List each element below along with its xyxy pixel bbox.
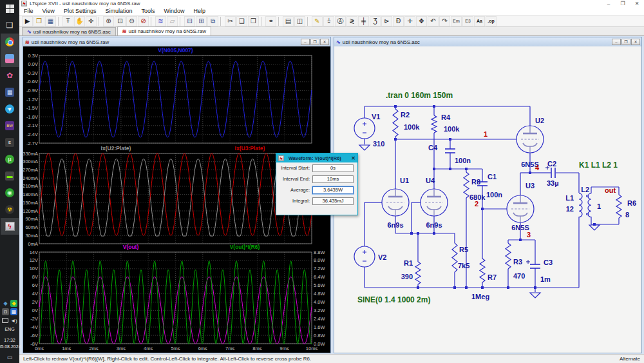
- text-button[interactable]: Aa: [474, 16, 485, 26]
- menu-window[interactable]: Window: [159, 8, 189, 14]
- resistor-R6[interactable]: [616, 195, 621, 218]
- radiation-app-icon[interactable]: ☢: [1, 201, 19, 218]
- value-R1[interactable]: 390: [401, 273, 413, 280]
- net-label-3[interactable]: 3: [527, 231, 531, 239]
- close-button[interactable]: ✕: [630, 1, 644, 6]
- dialog-close-button[interactable]: ✕: [351, 155, 355, 161]
- label-R6[interactable]: R6: [627, 199, 636, 207]
- paint-icon[interactable]: [1, 50, 19, 67]
- dialog-field-value[interactable]: 10ms: [312, 175, 354, 183]
- tile-vertical-button[interactable]: ⊞: [196, 16, 207, 26]
- source-function-text[interactable]: SINE(0 1.4 1000 2m): [357, 295, 430, 304]
- label-R2[interactable]: R2: [401, 111, 410, 119]
- label-C1[interactable]: C1: [488, 173, 497, 181]
- schematic-close-button[interactable]: ✕: [631, 39, 640, 45]
- menu-simulation[interactable]: Simulation: [100, 8, 137, 14]
- label-R5[interactable]: R5: [459, 246, 468, 253]
- trace-label[interactable]: Ix(U2:Plate): [101, 145, 131, 152]
- ground-button[interactable]: ⏚: [323, 16, 334, 26]
- tray-flag-icon[interactable]: ◆: [10, 300, 17, 307]
- ground-symbol[interactable]: [359, 145, 370, 150]
- zoom-in-button[interactable]: ⊕: [103, 16, 114, 26]
- tab-waveform[interactable]: ≋usil naushnikov moy na 6N5S.raw: [117, 26, 211, 35]
- dialog-field-value[interactable]: 3.6435W: [312, 186, 354, 194]
- tile-horizontal-button[interactable]: ⊟: [184, 16, 195, 26]
- menu-plot-settings[interactable]: Plot Settings: [59, 8, 101, 14]
- label-L2[interactable]: L2: [581, 186, 589, 193]
- wire-button[interactable]: ✎: [312, 16, 323, 26]
- value-R5[interactable]: 7k5: [458, 262, 469, 270]
- diode-button[interactable]: ⊳: [381, 16, 392, 26]
- cascade-button[interactable]: ⧉: [207, 16, 218, 26]
- label-V2[interactable]: V2: [378, 253, 386, 261]
- copy-button[interactable]: ❑: [236, 16, 247, 26]
- dialog-title-bar[interactable]: ϟ Waveform: V(out)*I(R6) ✕: [276, 153, 357, 162]
- label-V1[interactable]: V1: [372, 113, 380, 121]
- task-view-button[interactable]: ❏: [1, 17, 19, 34]
- net-label-button[interactable]: Ⓐ: [335, 16, 346, 26]
- value-U1[interactable]: 6n9s: [387, 221, 403, 229]
- undo-button[interactable]: ↶: [428, 16, 439, 26]
- redo-button[interactable]: ↷: [439, 16, 450, 26]
- schematic-window-title-bar[interactable]: ∿ usil naushnikov moy na 6N5S.asc – ❐ ✕: [334, 37, 641, 46]
- title-bar[interactable]: ϟ LTspice XVII - usil naushnikov moy na …: [19, 0, 644, 7]
- tab-schematic[interactable]: ∿usil naushnikov moy na 6N5S.asc: [22, 27, 116, 35]
- ltspice-icon[interactable]: ϟ: [1, 218, 19, 235]
- start-button[interactable]: [1, 0, 19, 17]
- value-R3[interactable]: 470: [513, 272, 525, 280]
- telegram-icon[interactable]: ➤: [1, 101, 19, 117]
- value-L1[interactable]: 12: [566, 205, 574, 213]
- label-U3[interactable]: U3: [526, 182, 535, 190]
- trace-label[interactable]: V(out)*I(R6): [230, 244, 260, 250]
- value-C2[interactable]: 33µ: [547, 179, 559, 187]
- tray-shield-icon[interactable]: ◆: [2, 300, 9, 307]
- cursor-button[interactable]: ✜: [86, 16, 97, 26]
- save-button[interactable]: ▦: [45, 16, 56, 26]
- find-button[interactable]: ⚭: [265, 16, 276, 26]
- component-button[interactable]: Ð: [393, 16, 404, 26]
- label-U2[interactable]: U2: [535, 117, 544, 124]
- dvd-app-icon[interactable]: ◉: [1, 184, 19, 201]
- value-R7[interactable]: 1Meg: [471, 293, 489, 300]
- waveform-close-button[interactable]: ✕: [320, 39, 329, 45]
- schematic-maximize-button[interactable]: ❐: [621, 39, 630, 45]
- label-R4[interactable]: R4: [441, 113, 451, 121]
- label-R7[interactable]: R7: [488, 273, 497, 281]
- zoom-full-button[interactable]: ⊘: [138, 16, 149, 26]
- tray-apps-icon[interactable]: ▦: [10, 308, 17, 315]
- graphics-app-icon[interactable]: ✿: [1, 67, 19, 84]
- capacitor-button[interactable]: ╪: [358, 16, 369, 26]
- resistor-R4[interactable]: [431, 115, 437, 133]
- utorrent-icon[interactable]: µ: [1, 151, 19, 168]
- waveform-trace[interactable]: [39, 159, 312, 237]
- mirror-button[interactable]: E3: [462, 16, 473, 26]
- zoom-out-button[interactable]: ⊖: [126, 16, 137, 26]
- resistor-R5[interactable]: [452, 243, 457, 272]
- ground-symbol[interactable]: [589, 225, 600, 230]
- speaker-icon[interactable]: ◄): [10, 318, 17, 324]
- label-C2[interactable]: C2: [547, 160, 556, 168]
- coupling-text[interactable]: K1 L1 L2 1: [579, 161, 618, 170]
- label-U4[interactable]: U4: [426, 177, 435, 184]
- source-V1[interactable]: [354, 118, 375, 139]
- inductor-L1[interactable]: [579, 193, 582, 217]
- bw-app-icon[interactable]: BW: [1, 117, 19, 134]
- language-indicator[interactable]: ENG: [5, 326, 14, 333]
- value-C4[interactable]: 100n: [455, 157, 471, 164]
- resistor-R8[interactable]: [464, 172, 469, 198]
- value-C1[interactable]: 100n: [486, 191, 502, 199]
- dialog-field-value[interactable]: 36.435mJ: [312, 197, 354, 205]
- value-L2[interactable]: 1: [597, 202, 601, 210]
- resistor-R7[interactable]: [480, 259, 485, 282]
- zoom-region-button[interactable]: ⊡: [115, 16, 126, 26]
- source-V2[interactable]: [354, 246, 375, 267]
- chrome-icon[interactable]: [1, 34, 19, 50]
- net-label-4[interactable]: 4: [535, 164, 540, 172]
- print-button[interactable]: ▤: [283, 16, 294, 26]
- label-C3[interactable]: C3: [544, 259, 553, 266]
- menu-help[interactable]: Help: [189, 8, 210, 14]
- inductor-button[interactable]: Ʒ: [370, 16, 381, 26]
- trace-label[interactable]: V(N005,N007): [158, 47, 193, 54]
- move-button[interactable]: ✛: [404, 16, 415, 26]
- paste-button[interactable]: ❒: [248, 16, 259, 26]
